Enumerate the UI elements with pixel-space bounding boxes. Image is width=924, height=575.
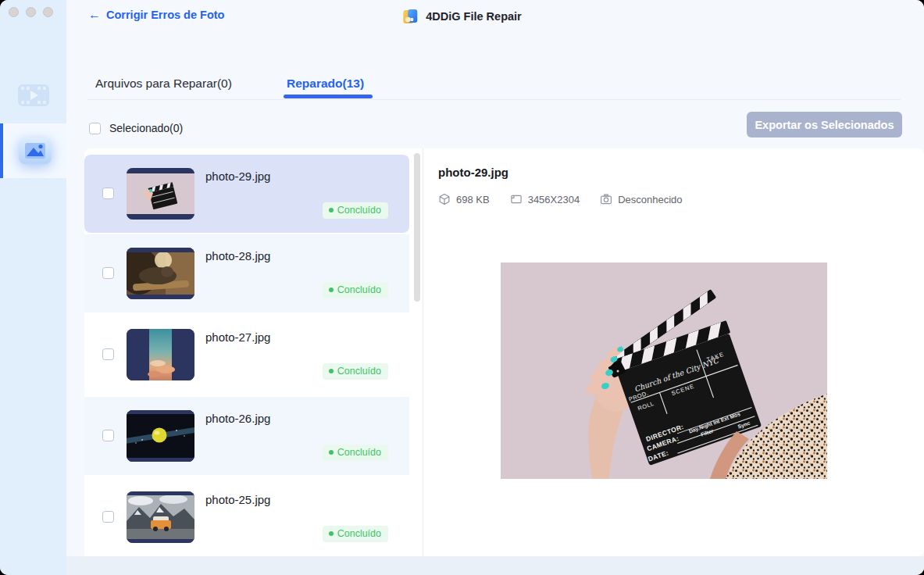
file-name: photo-27.jpg xyxy=(205,330,270,344)
meta-size-value: 698 KB xyxy=(456,194,490,205)
file-row-photo-27[interactable]: photo-27.jpg Concluído xyxy=(84,316,409,394)
status-badge: Concluído xyxy=(323,526,388,542)
meta-dimensions: 3456X2304 xyxy=(510,193,580,205)
status-label: Concluído xyxy=(337,528,381,539)
status-badge: Concluído xyxy=(323,363,388,380)
meta-dimensions-value: 3456X2304 xyxy=(528,194,580,205)
status-dot-icon xyxy=(329,531,334,536)
select-all-label: Selecionado(0) xyxy=(109,122,183,134)
file-row-photo-26[interactable]: photo-26.jpg Concluído xyxy=(84,397,409,475)
file-size-icon xyxy=(438,193,451,205)
meta-camera-value: Desconhecido xyxy=(618,194,682,205)
file-name: photo-29.jpg xyxy=(205,170,270,183)
back-label: Corrigir Erros de Foto xyxy=(106,9,224,21)
file-checkbox[interactable] xyxy=(102,188,114,199)
status-label: Concluído xyxy=(337,366,381,377)
file-thumbnail xyxy=(127,410,194,462)
status-badge: Concluído xyxy=(323,282,388,298)
photo-repair-icon xyxy=(19,138,52,164)
status-dot-icon xyxy=(329,369,334,373)
window-controls xyxy=(9,7,53,17)
status-dot-icon xyxy=(329,450,334,455)
file-row-photo-28[interactable]: photo-28.jpg Concluído xyxy=(84,234,409,312)
app-title-label: 4DDiG File Repair xyxy=(426,10,521,23)
file-checkbox[interactable] xyxy=(102,430,114,441)
content-card: photo-29.jpg Concluído xyxy=(84,148,924,556)
detail-filename: photo-29.jpg xyxy=(438,166,508,179)
detail-meta: 698 KB 3456X2304 Desconhecido xyxy=(438,193,683,205)
status-dot-icon xyxy=(329,288,334,292)
file-checkbox[interactable] xyxy=(102,267,114,279)
file-row-photo-29[interactable]: photo-29.jpg Concluído xyxy=(84,155,409,233)
status-label: Concluído xyxy=(337,284,381,295)
file-checkbox[interactable] xyxy=(102,511,114,523)
bottom-strip xyxy=(66,556,924,575)
minimize-window-icon[interactable] xyxy=(26,7,36,17)
meta-camera: Desconhecido xyxy=(600,193,682,205)
maximize-window-icon[interactable] xyxy=(43,7,53,17)
sidebar xyxy=(0,0,66,575)
status-label: Concluído xyxy=(337,205,381,216)
close-window-icon[interactable] xyxy=(9,7,19,17)
select-all-checkbox[interactable] xyxy=(89,123,101,134)
tab-repaired[interactable]: Reparado(13) xyxy=(287,77,364,91)
active-tab-underline xyxy=(284,95,373,98)
select-all-row: Selecionado(0) xyxy=(89,122,183,134)
status-badge: Concluído xyxy=(323,202,388,219)
tabs-divider xyxy=(87,99,901,100)
status-label: Concluído xyxy=(337,447,381,458)
list-scrollbar[interactable] xyxy=(414,153,420,302)
file-name: photo-26.jpg xyxy=(205,412,270,425)
meta-size: 698 KB xyxy=(438,193,490,205)
file-thumbnail xyxy=(127,168,194,220)
sidebar-item-photo-repair[interactable] xyxy=(0,123,66,178)
file-checkbox[interactable] xyxy=(102,348,114,360)
status-badge: Concluído xyxy=(323,445,388,461)
file-name: photo-25.jpg xyxy=(205,493,270,506)
file-name: photo-28.jpg xyxy=(205,249,270,262)
tab-files-to-repair[interactable]: Arquivos para Reparar(0) xyxy=(95,77,232,91)
file-thumbnail xyxy=(127,491,194,543)
camera-icon xyxy=(600,193,612,205)
file-thumbnail xyxy=(127,329,194,380)
back-link[interactable]: ← Corrigir Erros de Foto xyxy=(88,9,224,21)
file-list: photo-29.jpg Concluído xyxy=(84,148,409,556)
video-repair-icon xyxy=(16,82,51,109)
app-window: ← Corrigir Erros de Foto 4DDiG xyxy=(0,0,924,575)
status-dot-icon xyxy=(329,208,334,212)
file-row-photo-25[interactable]: photo-25.jpg Concluído xyxy=(84,478,409,556)
file-thumbnail xyxy=(127,248,194,299)
export-selected-button[interactable]: Exportar os Selecionados xyxy=(747,112,902,138)
preview-image: PROD. Church of the City NYC TAKE ROLL S… xyxy=(501,262,827,479)
main-area: ← Corrigir Erros de Foto 4DDiG xyxy=(66,0,924,575)
dimensions-icon xyxy=(510,193,523,205)
app-title: 4DDiG File Repair xyxy=(401,8,521,25)
back-arrow-icon: ← xyxy=(88,9,101,21)
app-logo-icon xyxy=(401,8,419,25)
sidebar-item-video-repair[interactable] xyxy=(0,77,66,114)
panel-divider xyxy=(423,148,423,556)
